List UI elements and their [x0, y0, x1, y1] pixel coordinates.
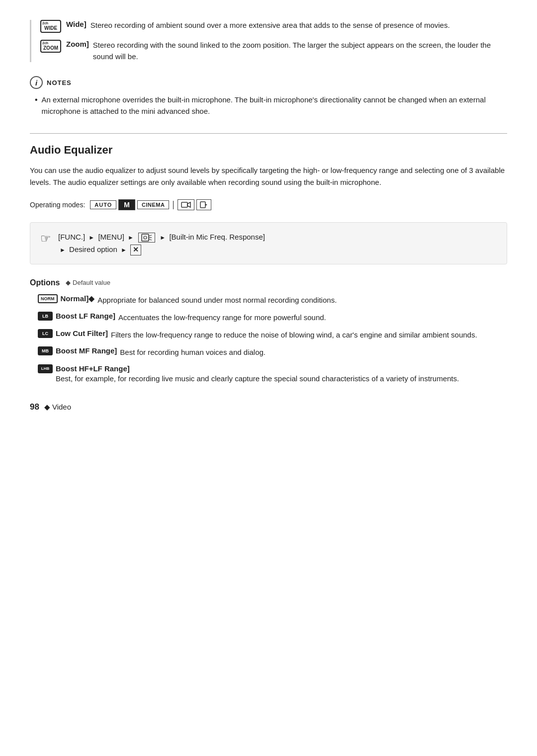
mode-divider-1: | [172, 199, 175, 210]
option-normal: NORM Normal]◆ Appropriate for balanced s… [30, 294, 507, 306]
mode-cinema: CINEMA [137, 200, 169, 209]
boost-hf-lf-description: Best, for example, for recording live mu… [56, 373, 459, 384]
section-description: You can use the audio equalizer to adjus… [30, 165, 507, 188]
wide-entry: 2ch WIDE Wide] Stereo recording of ambie… [40, 20, 507, 33]
arrow-1: ► [89, 234, 94, 241]
section-title: Audio Equalizer [30, 144, 507, 157]
page-footer: 98 ◆ Video [30, 402, 507, 412]
boost-mf-description: Best for recording human voices and dial… [120, 346, 266, 358]
arrow-5: ► [121, 247, 127, 253]
mode-auto: AUTO [90, 200, 116, 209]
zoom-entry: 2ch ZOOM Zoom] Stereo recording with the… [40, 40, 507, 62]
low-cut-description: Filters the low-frequency range to reduc… [111, 329, 477, 340]
options-default-note: ◆ Default value [66, 279, 110, 286]
zoom-label: Zoom] [66, 40, 89, 48]
low-cut-label: Low Cut Filter] [56, 329, 108, 337]
low-cut-badge: LC [38, 329, 53, 338]
svg-rect-0 [181, 202, 187, 207]
boost-lf-badge: LB [38, 312, 53, 321]
hand-icon: ☞ [40, 232, 51, 246]
svg-point-5 [144, 236, 147, 239]
notes-item: An external microphone overrides the bui… [35, 94, 507, 117]
menu-label: [MENU] [98, 233, 124, 241]
mode-play-icon [196, 199, 211, 210]
boost-mf-label: Boost MF Range] [56, 346, 117, 355]
operating-modes-label: Operating modes: [30, 201, 85, 209]
normal-label: Normal]◆ [61, 294, 95, 303]
arrow-2: ► [128, 234, 134, 241]
wide-badge-label: WIDE [44, 25, 57, 31]
arrow-3: ► [160, 234, 166, 241]
wide-label: Wide] [66, 20, 87, 28]
svg-rect-4 [142, 234, 149, 241]
low-cut-text: Low Cut Filter] Filters the low-frequenc… [56, 329, 477, 340]
wide-badge-2ch: 2ch [42, 21, 48, 25]
close-box: ✕ [130, 245, 141, 255]
boost-mf-badge: MB [38, 346, 53, 355]
footer-bullet: ◆ [44, 403, 50, 412]
operating-modes: Operating modes: AUTO M CINEMA | [30, 199, 507, 210]
footer-label: Video [52, 403, 71, 411]
zoom-badge-label: ZOOM [43, 45, 58, 51]
boost-hf-lf-badge: LHB [38, 364, 53, 373]
page-number: 98 [30, 402, 39, 412]
info-icon: i [30, 76, 43, 89]
top-section: 2ch WIDE Wide] Stereo recording of ambie… [30, 20, 507, 62]
svg-marker-3 [205, 204, 207, 206]
option-boost-lf: LB Boost LF Range] Accentuates the low-f… [30, 312, 507, 323]
notes-header: i NOTES [30, 76, 507, 89]
mode-camera-icon [178, 199, 194, 210]
boost-hf-lf-text: Boost HF+LF Range] Best, for example, fo… [56, 364, 507, 384]
svg-line-8 [149, 239, 152, 240]
option-low-cut: LC Low Cut Filter] Filters the low-frequ… [30, 329, 507, 340]
section-divider [30, 133, 507, 134]
normal-description: Appropriate for balanced sound under mos… [97, 294, 337, 306]
arrow-4-sym: ► [60, 247, 66, 253]
boost-mf-text: Boost MF Range] Best for recording human… [56, 346, 266, 358]
option-boost-mf: MB Boost MF Range] Best for recording hu… [30, 346, 507, 358]
mode-m: M [118, 199, 135, 210]
svg-marker-1 [187, 202, 190, 207]
instruction-text: [FUNC.] ► [MENU] ► ► [Built-in Mic Freq.… [58, 231, 265, 256]
boost-lf-text: Boost LF Range] Accentuates the low-freq… [56, 312, 326, 323]
normal-text: Normal]◆ Appropriate for balanced sound … [61, 294, 337, 306]
built-in-label: [Built-in Mic Freq. Response] [169, 233, 265, 241]
wide-description: Stereo recording of ambient sound over a… [90, 20, 450, 31]
audio-equalizer-section: Audio Equalizer You can use the audio eq… [30, 144, 507, 384]
boost-lf-label: Boost LF Range] [56, 312, 115, 320]
options-section: Options ◆ Default value NORM Normal]◆ Ap… [30, 278, 507, 384]
options-header: Options ◆ Default value [30, 278, 507, 287]
notes-section: i NOTES An external microphone overrides… [30, 76, 507, 117]
func-label: [FUNC.] [58, 233, 85, 241]
svg-rect-2 [200, 202, 205, 208]
desired-option-label: Desired option [69, 245, 117, 253]
normal-badge: NORM [38, 294, 58, 303]
wide-badge: 2ch WIDE [40, 20, 61, 33]
zoom-description: Stereo recording with the sound linked t… [93, 40, 507, 62]
option-boost-hf-lf: LHB Boost HF+LF Range] Best, for example… [30, 364, 507, 384]
mic-freq-icon [138, 233, 155, 243]
boost-lf-description: Accentuates the low-frequency range for … [118, 312, 326, 323]
instruction-box: ☞ [FUNC.] ► [MENU] ► ► [Built-in Mic Fre… [30, 222, 507, 264]
options-title: Options [30, 278, 60, 287]
notes-list: An external microphone overrides the bui… [30, 94, 507, 117]
boost-hf-lf-label: Boost HF+LF Range] [56, 364, 130, 373]
zoom-badge-2ch: 2ch [42, 41, 48, 45]
svg-line-6 [149, 235, 152, 236]
zoom-badge: 2ch ZOOM [40, 40, 61, 53]
notes-title: NOTES [47, 79, 72, 86]
